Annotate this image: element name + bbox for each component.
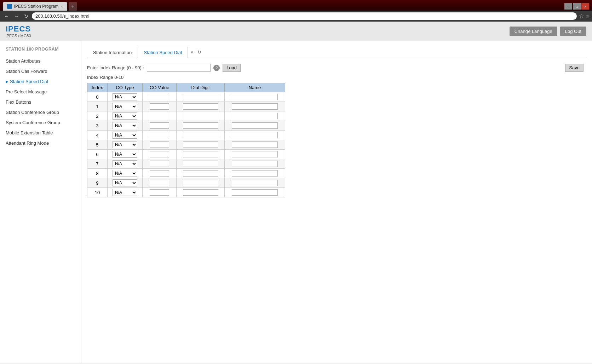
co-type-select[interactable]: N/A <box>113 103 137 110</box>
index-range-input[interactable] <box>147 64 211 72</box>
change-language-button[interactable]: Change Language <box>510 27 557 36</box>
sidebar-item-pre-select-message[interactable]: Pre Select Message <box>0 87 81 97</box>
sidebar-item-mobile-extension-table[interactable]: Mobile Extension Table <box>0 128 81 138</box>
co-type-select[interactable]: N/A <box>113 160 137 167</box>
sidebar-item-station-speed-dial[interactable]: ▶ Station Speed Dial <box>0 76 81 87</box>
name-input[interactable] <box>232 122 278 129</box>
co-value-input[interactable] <box>150 141 169 148</box>
co-value-input[interactable] <box>150 122 169 129</box>
dial-digit-input[interactable] <box>183 189 218 196</box>
dial-digit-input[interactable] <box>183 94 218 100</box>
save-button[interactable]: Save <box>565 64 584 72</box>
table-row: 2N/A <box>87 111 285 121</box>
cell-dial-digit <box>177 140 224 150</box>
sidebar-title: STATION 100 PROGRAM <box>0 47 81 56</box>
co-type-select[interactable]: N/A <box>113 151 137 158</box>
sidebar-item-flex-buttons[interactable]: Flex Buttons <box>0 97 81 107</box>
dial-digit-input[interactable] <box>183 132 218 138</box>
cell-name <box>224 102 285 111</box>
name-input[interactable] <box>232 189 278 196</box>
co-value-input[interactable] <box>150 161 169 167</box>
co-value-input[interactable] <box>150 113 169 119</box>
cell-name <box>224 111 285 121</box>
dial-digit-input[interactable] <box>183 113 218 119</box>
cell-co-value <box>143 150 177 159</box>
name-input[interactable] <box>232 132 278 138</box>
table-row: 6N/A <box>87 150 285 159</box>
name-input[interactable] <box>232 180 278 186</box>
col-header-co-type: CO Type <box>107 83 142 92</box>
tab-station-information[interactable]: Station Information <box>87 47 138 58</box>
co-type-select[interactable]: N/A <box>113 122 137 129</box>
dial-digit-input[interactable] <box>183 151 218 157</box>
dial-digit-input[interactable] <box>183 180 218 186</box>
sidebar-item-attendant-ring-mode[interactable]: Attendant Ring Mode <box>0 138 81 148</box>
name-input[interactable] <box>232 94 278 100</box>
name-input[interactable] <box>232 103 278 110</box>
co-type-select[interactable]: N/A <box>113 112 137 120</box>
sidebar-item-station-attributes[interactable]: Station Attributes <box>0 56 81 66</box>
cell-name <box>224 140 285 150</box>
co-type-select[interactable]: N/A <box>113 170 137 177</box>
col-header-dial-digit: Dial Digit <box>177 83 224 92</box>
col-header-name: Name <box>224 83 285 92</box>
url-bar[interactable] <box>32 12 577 20</box>
cell-co-type: N/A <box>107 131 142 140</box>
name-input[interactable] <box>232 170 278 177</box>
sidebar-item-label: System Conference Group <box>6 120 60 125</box>
bookmark-button[interactable]: ☆ <box>579 13 584 19</box>
forward-button[interactable]: → <box>13 13 21 20</box>
new-tab-button[interactable]: + <box>69 2 77 11</box>
co-type-select[interactable]: N/A <box>113 179 137 186</box>
cell-index: 0 <box>87 92 108 102</box>
tab-reload-button[interactable]: ↻ <box>196 49 203 56</box>
co-type-select[interactable]: N/A <box>113 132 137 139</box>
load-button[interactable]: Load <box>223 64 241 72</box>
cell-co-value <box>143 178 177 188</box>
sidebar-item-station-call-forward[interactable]: Station Call Forward <box>0 66 81 76</box>
dial-digit-input[interactable] <box>183 161 218 167</box>
maximize-button[interactable]: □ <box>573 3 581 10</box>
tab-close-button[interactable]: × <box>189 49 195 56</box>
tab-close-icon[interactable]: × <box>61 4 63 8</box>
help-button[interactable]: ? <box>213 65 220 71</box>
dial-digit-input[interactable] <box>183 122 218 129</box>
cell-co-value <box>143 131 177 140</box>
sidebar-item-station-conference-group[interactable]: Station Conference Group <box>0 107 81 117</box>
co-value-input[interactable] <box>150 94 169 100</box>
dial-digit-input[interactable] <box>183 103 218 110</box>
co-type-select[interactable]: N/A <box>113 141 137 148</box>
table-row: 3N/A <box>87 121 285 131</box>
back-button[interactable]: ← <box>3 13 11 20</box>
co-value-input[interactable] <box>150 189 169 196</box>
co-value-input[interactable] <box>150 132 169 138</box>
sidebar-item-label: Attendant Ring Mode <box>6 140 49 146</box>
name-input[interactable] <box>232 151 278 157</box>
co-value-input[interactable] <box>150 180 169 186</box>
sidebar-item-system-conference-group[interactable]: System Conference Group <box>0 117 81 128</box>
browser-tab[interactable]: iPECS Station Program × <box>3 2 67 11</box>
co-type-select[interactable]: N/A <box>113 189 137 196</box>
cell-co-value <box>143 111 177 121</box>
co-value-input[interactable] <box>150 103 169 110</box>
name-input[interactable] <box>232 141 278 148</box>
col-header-co-value: CO Value <box>143 83 177 92</box>
minimize-button[interactable]: — <box>564 3 572 10</box>
reload-button[interactable]: ↻ <box>23 13 30 20</box>
menu-button[interactable]: ≡ <box>586 13 589 19</box>
close-button[interactable]: × <box>581 3 589 10</box>
dial-digit-input[interactable] <box>183 141 218 148</box>
tab-station-speed-dial[interactable]: Station Speed Dial <box>138 47 188 58</box>
sidebar-item-label: Station Speed Dial <box>10 79 48 84</box>
name-input[interactable] <box>232 113 278 119</box>
cell-index: 6 <box>87 150 108 159</box>
co-value-input[interactable] <box>150 170 169 177</box>
cell-dial-digit <box>177 178 224 188</box>
logout-button[interactable]: Log Out <box>560 27 586 36</box>
dial-digit-input[interactable] <box>183 170 218 177</box>
cell-co-value <box>143 92 177 102</box>
co-value-input[interactable] <box>150 151 169 157</box>
sidebar-item-label: Mobile Extension Table <box>6 130 53 135</box>
co-type-select[interactable]: N/A <box>113 93 137 100</box>
name-input[interactable] <box>232 161 278 167</box>
